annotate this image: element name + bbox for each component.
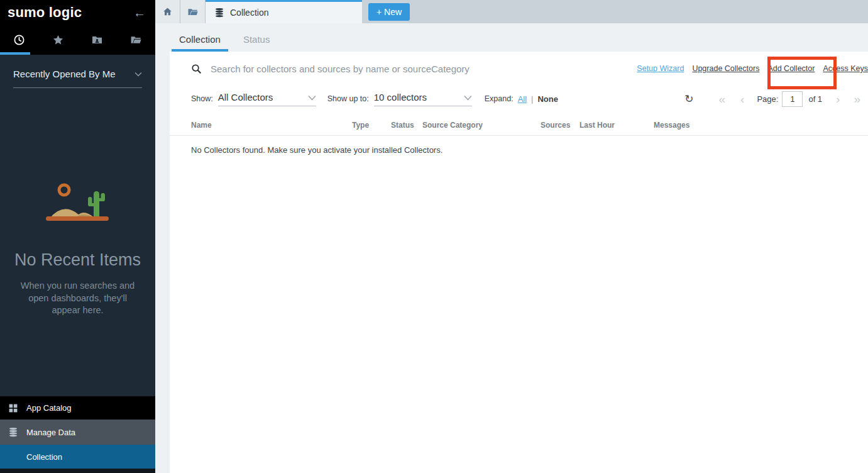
last-page-icon[interactable]: » [854,93,860,105]
sub-tab-bar: Collection Status [155,23,868,52]
sidebar-tab-library[interactable] [116,25,155,55]
chevron-down-icon [464,95,472,103]
sidebar-body: Recently Opened By Me No Rece [0,69,155,317]
sidebar-next-row-sliver [0,469,155,473]
active-nav-underline [0,52,30,55]
search-row: Setup Wizard Upgrade Collectors Add Coll… [170,52,868,86]
sidebar-tab-favorites[interactable] [39,25,78,55]
no-collectors-message: No Collectors found. Make sure you activ… [170,136,868,155]
column-header-type[interactable]: Type [352,121,391,130]
limit-value: 10 collectors [374,92,427,103]
toolbar-links: Setup Wizard Upgrade Collectors Add Coll… [637,52,868,86]
tab-status[interactable]: Status [236,34,278,52]
folder-person-icon [91,34,103,46]
database-icon [214,8,224,18]
main-area: Collection + New Collection Status Setup… [155,0,868,473]
open-folder-icon [187,6,199,18]
open-folder-icon [130,34,142,46]
collection-tab-label: Collection [230,8,268,18]
filter-row: Show: All Collectors Show up to: 10 coll… [170,86,868,112]
sidebar-tab-personal-folder[interactable] [78,25,117,55]
chevron-down-icon [308,95,316,103]
column-header-source-category[interactable]: Source Category [422,121,541,130]
collection-label: Collection [26,452,62,462]
library-button[interactable] [180,0,206,23]
column-header-sources[interactable]: Sources [541,121,580,130]
home-button[interactable] [155,0,180,23]
left-sidebar: sumo logic ← Recently Opened By Me [0,0,155,473]
expand-none-link[interactable]: None [537,94,558,104]
recents-empty-state: No Recent Items When you run searches an… [13,181,142,317]
app-catalog-label: App Catalog [26,403,72,413]
desert-illustration [40,181,116,229]
sidebar-header: sumo logic ← [0,0,155,25]
add-collector-link[interactable]: Add Collector [767,64,815,73]
sidebar-icon-nav [0,25,155,55]
page-number-input[interactable] [782,91,803,107]
search-input[interactable] [211,64,506,74]
home-icon [162,6,173,17]
chevron-down-icon [135,72,142,77]
expand-separator: | [531,94,533,104]
show-collectors-dropdown[interactable]: All Collectors [218,92,316,106]
collapse-sidebar-icon[interactable]: ← [133,6,146,19]
pagination-controls: ↻ « ‹ Page: of 1 › » [684,86,868,112]
column-header-status[interactable]: Status [391,121,422,130]
sidebar-item-manage-data[interactable]: Manage Data [0,420,155,445]
limit-dropdown[interactable]: 10 collectors [374,92,472,106]
grid-icon [8,403,19,413]
recently-opened-label: Recently Opened By Me [13,69,116,79]
setup-wizard-link[interactable]: Setup Wizard [637,64,684,73]
collectors-table-header: Name Type Status Source Category Sources… [170,115,868,136]
column-header-name[interactable]: Name [191,121,352,130]
previous-page-icon[interactable]: ‹ [740,93,744,105]
show-up-to-label: Show up to: [327,94,369,103]
new-button[interactable]: + New [368,3,410,21]
access-keys-link[interactable]: Access Keys [823,64,868,73]
page-label: Page: [757,94,778,104]
collection-content-panel: Setup Wizard Upgrade Collectors Add Coll… [170,52,868,473]
sidebar-tab-recents[interactable] [0,25,39,55]
sidebar-item-app-catalog[interactable]: App Catalog [0,396,155,420]
next-page-icon[interactable]: › [836,93,840,105]
search-icon [191,64,202,74]
sidebar-item-collection[interactable]: Collection [0,445,155,469]
expand-controls: Expand: All | None [485,94,558,104]
sumo-logic-logo: sumo logic [8,4,82,21]
upgrade-collectors-link[interactable]: Upgrade Collectors [692,64,759,73]
star-icon [52,34,64,46]
no-recent-items-description: When you run searches and open dashboard… [13,280,142,317]
sidebar-bottom-nav: App Catalog Manage Data Collection [0,396,155,473]
column-header-messages[interactable]: Messages [654,121,868,130]
refresh-icon[interactable]: ↻ [684,92,693,106]
tab-collection[interactable]: Collection [172,34,228,52]
database-icon [8,427,19,437]
recently-opened-dropdown[interactable]: Recently Opened By Me [13,69,142,88]
top-tab-strip: Collection + New [155,0,868,23]
first-page-icon[interactable]: « [719,93,726,105]
manage-data-label: Manage Data [26,428,75,437]
collection-tab[interactable]: Collection [206,0,362,23]
show-collectors-value: All Collectors [218,92,273,103]
page-count-label: of 1 [808,94,822,104]
expand-all-link[interactable]: All [518,94,527,104]
column-header-last-hour[interactable]: Last Hour [580,121,654,130]
no-recent-items-title: No Recent Items [13,250,142,270]
clock-icon [13,34,25,46]
show-label: Show: [191,94,213,103]
expand-label: Expand: [485,94,514,103]
